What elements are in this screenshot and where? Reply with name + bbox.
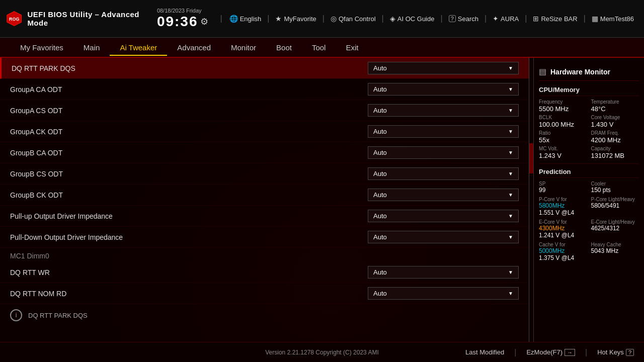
dram-freq-label: DRAM Freq. <box>591 130 639 136</box>
dropdown-value-groupb-cs-odt: Auto <box>373 170 387 177</box>
dropdown-groupa-ck-odt[interactable]: Auto ▼ <box>368 125 519 138</box>
qfan-label: Qfan Control <box>339 15 376 23</box>
pcore-row: P-Core V for 5800MHz 1.551 V @L4 P-Core … <box>539 197 639 216</box>
ez-mode-action[interactable]: EzMode(F7) → <box>526 348 575 356</box>
dropdown-pullup[interactable]: Auto ▼ <box>368 210 519 222</box>
top-nav: | 🌐 English | ★ MyFavorite | ◎ Qfan Cont… <box>218 13 638 25</box>
top-nav-memtest[interactable]: ▦ MemTest86 <box>588 13 638 25</box>
sp-cooler-row: SP 99 Cooler 150 pts <box>539 181 639 194</box>
dropdown-value-groupa-ck-odt: Auto <box>373 128 387 135</box>
cache-row: Cache V for 5000MHz 1.375 V @L4 Heavy Ca… <box>539 242 639 261</box>
dropdown-groupa-cs-odt[interactable]: Auto ▼ <box>368 104 519 117</box>
top-nav-language[interactable]: 🌐 English <box>225 13 266 25</box>
setting-row-pullup[interactable]: Pull-up Output Driver Impedance Auto ▼ <box>0 206 529 227</box>
last-modified-action[interactable]: Last Modified <box>465 348 504 356</box>
hw-monitor-divider <box>539 163 639 164</box>
setting-row-groupb-ck-odt[interactable]: GroupB CK ODT Auto ▼ <box>0 185 529 206</box>
dropdown-value-dq-rtt-park-dqs-1: Auto <box>373 64 387 72</box>
ecore-v-label: E-Core V for <box>539 219 587 225</box>
nav-boot-label: Boot <box>276 43 292 52</box>
dropdown-groupa-ca-odt[interactable]: Auto ▼ <box>368 83 519 96</box>
nav-advanced[interactable]: Advanced <box>167 40 221 55</box>
dropdown-groupb-ck-odt[interactable]: Auto ▼ <box>368 189 519 201</box>
bclk-item: BCLK 100.00 MHz <box>539 115 587 128</box>
nav-boot[interactable]: Boot <box>266 40 302 55</box>
top-nav-separator-3: | <box>382 14 384 23</box>
bclk-label: BCLK <box>539 115 587 120</box>
ecore-lh-value: 4625/4312 <box>591 225 639 232</box>
setting-row-dq-rtt-park-dqs-1[interactable]: DQ RTT PARK DQS Auto ▼ <box>0 58 529 79</box>
nav-tool-label: Tool <box>312 43 326 52</box>
nav-main[interactable]: Main <box>73 40 110 55</box>
hot-keys-label: Hot Keys <box>597 348 624 356</box>
top-nav-separator-1: | <box>267 14 269 23</box>
settings-panel[interactable]: DQ RTT PARK DQS Auto ▼ GroupA CA ODT Aut… <box>0 58 529 342</box>
nav-exit[interactable]: Exit <box>336 40 368 55</box>
dropdown-arrow-1: ▼ <box>508 86 513 92</box>
dropdown-dq-rtt-wr[interactable]: Auto ▼ <box>368 266 519 279</box>
setting-row-groupa-ck-odt[interactable]: GroupA CK ODT Auto ▼ <box>0 121 529 142</box>
search-question-icon: ? <box>449 15 456 22</box>
section-mc1-dimm0: MC1 Dimm0 <box>0 248 529 262</box>
dropdown-arrow-7: ▼ <box>508 213 513 219</box>
top-nav-qfan[interactable]: ◎ Qfan Control <box>327 13 380 25</box>
sp-item: SP 99 <box>539 181 587 194</box>
top-nav-separator-4: | <box>440 14 442 23</box>
top-bar: ROG UEFI BIOS Utility – Advanced Mode 08… <box>0 0 644 38</box>
top-nav-search[interactable]: ? Search <box>445 13 482 25</box>
fan-icon: ◎ <box>331 15 337 23</box>
mc-volt-label: MC Volt. <box>539 146 587 151</box>
dropdown-dq-rtt-nom-rd[interactable]: Auto ▼ <box>368 287 519 300</box>
cooler-item: Cooler 150 pts <box>591 181 639 194</box>
dropdown-pulldown[interactable]: Auto ▼ <box>368 231 519 243</box>
setting-label-groupa-ca-odt: GroupA CA ODT <box>10 85 62 94</box>
dropdown-dq-rtt-park-dqs-1[interactable]: Auto ▼ <box>368 62 519 74</box>
dropdown-groupb-cs-odt[interactable]: Auto ▼ <box>368 167 519 180</box>
cooler-value: 150 pts <box>591 187 639 194</box>
ratio-value: 55x <box>539 136 587 144</box>
setting-row-dq-rtt-nom-rd[interactable]: DQ RTT NOM RD Auto ▼ <box>0 283 529 304</box>
ecore-lh-item: E-Core Light/Heavy 4625/4312 <box>591 219 639 239</box>
setting-row-pulldown[interactable]: Pull-Down Output Driver Impedance Auto ▼ <box>0 227 529 248</box>
setting-label-groupb-ca-odt: GroupB CA ODT <box>10 149 62 157</box>
dropdown-groupb-ca-odt[interactable]: Auto ▼ <box>368 146 519 159</box>
nav-favorites[interactable]: My Favorites <box>10 40 73 55</box>
nav-tool[interactable]: Tool <box>302 40 336 55</box>
cache-v-item: Cache V for 5000MHz 1.375 V @L4 <box>539 242 587 261</box>
datetime-area: 08/18/2023 Friday 09:36 ⚙ <box>157 8 208 30</box>
setting-row-groupa-ca-odt[interactable]: GroupA CA ODT Auto ▼ <box>0 79 529 100</box>
top-nav-aioc[interactable]: ◈ AI OC Guide <box>386 13 439 25</box>
dropdown-value-dq-rtt-wr: Auto <box>373 268 387 276</box>
setting-row-groupb-ca-odt[interactable]: GroupB CA ODT Auto ▼ <box>0 142 529 163</box>
scrollbar-thumb[interactable] <box>529 143 533 173</box>
dropdown-value-dq-rtt-nom-rd: Auto <box>373 290 387 297</box>
setting-row-dq-rtt-wr[interactable]: DQ RTT WR Auto ▼ <box>0 262 529 283</box>
memtest-label: MemTest86 <box>600 15 634 23</box>
nav-favorites-label: My Favorites <box>20 43 63 52</box>
setting-row-groupb-cs-odt[interactable]: GroupB CS ODT Auto ▼ <box>0 163 529 185</box>
aioc-label: AI OC Guide <box>397 15 435 23</box>
pcore-lh-value: 5806/5491 <box>591 202 639 209</box>
hw-monitor-header: ▤ Hardware Monitor <box>539 63 639 81</box>
cpu-memory-title: CPU/Memory <box>539 86 639 96</box>
scrollbar-track[interactable] <box>529 58 533 342</box>
nav-monitor[interactable]: Monitor <box>221 40 266 55</box>
top-nav-resizebar[interactable]: ⊞ ReSize BAR <box>529 13 581 25</box>
setting-row-groupa-cs-odt[interactable]: GroupA CS ODT Auto ▼ <box>0 100 529 121</box>
ecore-lh-label: E-Core Light/Heavy <box>591 219 639 225</box>
frequency-item: Frequency 5500 MHz <box>539 99 587 113</box>
gear-icon[interactable]: ⚙ <box>200 16 208 27</box>
top-nav-separator-2: | <box>323 14 325 23</box>
resizebar-label: ReSize BAR <box>541 15 577 23</box>
top-nav-myfavorite[interactable]: ★ MyFavorite <box>271 13 320 25</box>
info-icon: i <box>10 309 22 321</box>
memtest-icon: ▦ <box>592 15 598 23</box>
nav-aitweaker[interactable]: Ai Tweaker <box>110 40 167 56</box>
title-group: UEFI BIOS Utility – Advanced Mode <box>27 10 149 27</box>
hot-keys-action[interactable]: Hot Keys ? <box>597 348 634 356</box>
nav-advanced-label: Advanced <box>177 43 211 52</box>
bottom-sep-2: | <box>585 348 587 357</box>
dropdown-arrow-0: ▼ <box>508 65 513 71</box>
search-label: Search <box>458 15 478 23</box>
top-nav-aura[interactable]: ✦ AURA <box>489 13 523 25</box>
